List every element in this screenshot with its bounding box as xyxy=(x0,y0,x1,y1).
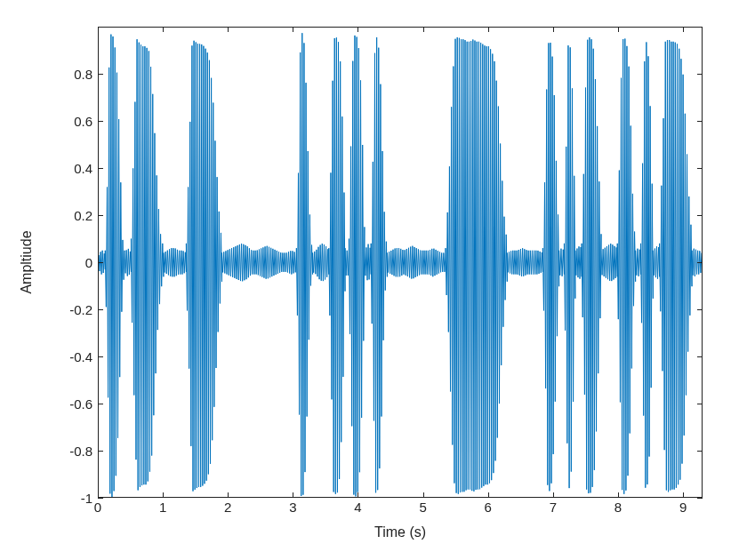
y-tick-label: -0.6 xyxy=(39,396,92,412)
y-tick-mark xyxy=(697,451,703,452)
x-tick-label: 7 xyxy=(535,500,571,515)
x-tick-label: 9 xyxy=(665,500,701,515)
x-tick-mark xyxy=(98,492,99,498)
x-tick-label: 6 xyxy=(470,500,506,515)
y-tick-label: -0.8 xyxy=(39,444,92,459)
y-axis-label: Ampltiude xyxy=(19,230,35,293)
x-tick-label: 3 xyxy=(275,500,310,515)
waveform-line xyxy=(99,28,702,497)
y-tick-mark xyxy=(697,262,703,263)
x-tick-mark xyxy=(683,492,684,498)
x-tick-mark xyxy=(618,492,619,498)
y-tick-mark xyxy=(697,168,703,169)
y-tick-mark xyxy=(697,74,703,75)
y-tick-mark xyxy=(697,498,703,499)
y-tick-mark xyxy=(697,356,703,357)
y-tick-mark xyxy=(98,451,103,452)
y-tick-label: 0.8 xyxy=(39,67,92,82)
x-tick-label: 1 xyxy=(145,500,181,515)
x-tick-mark xyxy=(488,492,489,498)
figure: Ampltiude Time (s) -1-0.8-0.6-0.4-0.200.… xyxy=(0,0,747,560)
y-tick-mark xyxy=(98,404,103,404)
x-tick-label: 2 xyxy=(210,500,245,515)
x-tick-mark xyxy=(293,492,293,498)
y-tick-mark xyxy=(98,309,103,310)
y-tick-mark xyxy=(98,168,103,169)
x-tick-mark xyxy=(98,27,99,32)
x-tick-label: 8 xyxy=(600,500,636,515)
x-tick-mark xyxy=(163,492,164,498)
y-tick-mark xyxy=(98,498,103,499)
x-tick-mark xyxy=(553,27,554,32)
x-tick-mark xyxy=(553,492,554,498)
x-tick-mark xyxy=(163,27,164,32)
y-tick-mark xyxy=(98,74,103,75)
y-tick-label: 0.6 xyxy=(39,114,92,129)
y-tick-label: 0.4 xyxy=(39,161,92,176)
y-tick-label: -0.2 xyxy=(39,302,92,317)
axes xyxy=(98,27,703,498)
y-tick-mark xyxy=(697,404,703,404)
y-tick-label: 0.2 xyxy=(39,208,92,223)
x-tick-mark xyxy=(293,27,293,32)
x-tick-label: 5 xyxy=(406,500,441,515)
x-tick-mark xyxy=(618,27,619,32)
y-tick-mark xyxy=(697,215,703,216)
x-tick-mark xyxy=(683,27,684,32)
y-tick-mark xyxy=(98,215,103,216)
y-tick-mark xyxy=(98,356,103,357)
x-tick-mark xyxy=(228,492,229,498)
x-tick-label: 0 xyxy=(80,500,116,515)
x-tick-mark xyxy=(488,27,489,32)
x-tick-mark xyxy=(423,492,424,498)
y-tick-label: 0 xyxy=(39,255,92,270)
y-tick-label: -0.4 xyxy=(39,349,92,364)
y-tick-mark xyxy=(98,262,103,263)
y-tick-mark xyxy=(98,121,103,122)
x-tick-mark xyxy=(357,492,358,498)
x-tick-mark xyxy=(423,27,424,32)
x-axis-label: Time (s) xyxy=(374,524,426,540)
x-tick-mark xyxy=(228,27,229,32)
y-tick-mark xyxy=(697,309,703,310)
x-tick-mark xyxy=(357,27,358,32)
x-tick-label: 4 xyxy=(340,500,375,515)
y-tick-mark xyxy=(697,121,703,122)
